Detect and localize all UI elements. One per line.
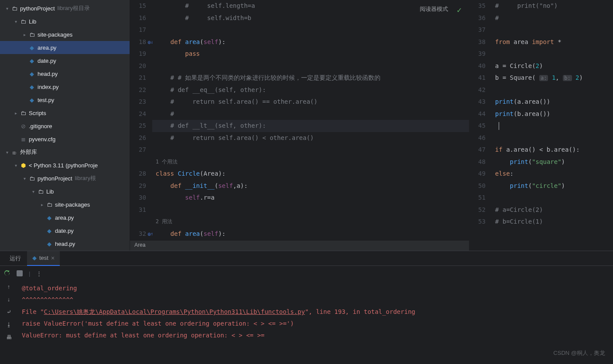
tree-label: head.py [38,71,58,77]
tree-label: area.py [38,44,56,51]
run-tab-test[interactable]: ◆ test × [27,251,60,266]
tree-label: index.py [38,84,58,90]
editor-right[interactable]: 35363738394041424344454647484950515253 #… [469,0,613,251]
close-icon[interactable]: × [51,255,55,262]
tree-label: Lib [29,18,36,25]
folder-icon: 🗀 [37,188,45,195]
python-icon: ◆ [32,255,37,261]
tree-label: area.py [55,214,74,221]
editor-left[interactable]: 阅读器模式 ✓ 15161718◎↓1920212223242526272829… [130,0,469,251]
python-icon: ⬢ [19,162,27,169]
tree-label: site-packages [38,31,72,38]
python-sdk[interactable]: ▾ ⬢ < Python 3.11 (pythonProje [0,159,130,172]
python-file-icon: ◆ [28,97,36,103]
gutter[interactable]: 15161718◎↓1920212223242526272829303132◎↑ [130,0,152,240]
tree-item[interactable]: ◆head.py [0,237,130,250]
watermark: CSDN @桐人，奥龙 [553,349,605,357]
tree-item[interactable]: ◆index.py [0,80,130,93]
tree-label: pyvenv.cfg [29,136,55,143]
tree-item[interactable]: ▸🗀site-packages [0,28,130,41]
python-file-icon: ◆ [28,58,36,64]
rerun-icon[interactable] [3,270,10,277]
external-project[interactable]: ▾ 🗀 pythonProject library根 [0,172,130,185]
folder-icon: 🗀 [28,31,36,38]
tree-label: Scripts [29,110,46,116]
reader-mode-label[interactable]: 阅读器模式 [420,5,448,13]
tree-label: Lib [46,188,54,195]
tree-item[interactable]: ◆date.py [0,54,130,67]
tree-label: test.py [38,97,54,103]
tree-item[interactable]: ◆date.py [0,224,130,237]
print-icon[interactable]: 🖶 [6,334,12,340]
tree-item[interactable]: ◆head.py [0,67,130,80]
tree-label: head.py [55,241,75,247]
gutter[interactable]: 35363738394041424344454647484950515253 [469,0,492,251]
python-file-icon: ◆ [28,44,36,51]
run-label[interactable]: 运行 [4,251,26,266]
tree-label: site-packages [55,201,90,208]
stop-icon[interactable] [17,270,23,276]
library-icon: ⎄ [10,149,18,156]
tree-item[interactable]: ▾🗀Lib [0,185,130,198]
python-file-icon: ◆ [45,241,53,247]
tree-root[interactable]: ▾ 🗀 pythonProject library根目录 [0,2,130,15]
text-file-icon: ≣ [19,136,27,143]
tree-item[interactable]: ⊘.gitignore [0,119,130,133]
breadcrumb[interactable]: Area [130,240,469,251]
external-libs[interactable]: ▾ ⎄ 外部库 [0,146,130,159]
folder-icon: 🗀 [19,110,27,116]
tree-item[interactable]: ▸🗀Scripts [0,106,130,119]
soft-wrap-icon[interactable]: ⤶ [7,309,11,315]
tree-item[interactable]: ◆area.py [0,211,130,224]
tree-item[interactable]: ≣pyvenv.cfg [0,133,130,146]
python-file-icon: ◆ [28,71,36,77]
console-output[interactable]: @total_ordering ^^^^^^^^^^^^^^ File "C:\… [17,281,613,364]
python-file-icon: ◆ [45,228,53,234]
folder-icon: 🗀 [19,18,27,25]
tree-label: pythonProject [20,5,55,12]
up-icon[interactable]: ↑ [7,283,10,290]
tree-item[interactable]: ▸🗀site-packages [0,198,130,211]
tree-label: date.py [55,228,74,234]
svg-rect-0 [17,270,23,276]
tree-item[interactable]: ◆test.py [0,93,130,106]
code-area[interactable]: # self.length=a # self.width=b def area(… [152,0,469,240]
tree-label: date.py [38,58,56,64]
python-file-icon: ◆ [45,214,53,221]
python-file-icon: ◆ [28,84,36,90]
gitignore-icon: ⊘ [19,123,27,129]
tree-hint: library根目录 [58,4,90,12]
run-tool-window: 运行 ◆ test × | ⋮ ↑ ↓ ⤶ ⭳ 🖶 @total_orderin… [0,251,613,364]
tree-item[interactable]: ▾🗀Lib [0,15,130,28]
folder-icon: 🗀 [28,175,36,182]
folder-icon: 🗀 [45,201,53,208]
tree-label: .gitignore [29,123,52,129]
down-icon[interactable]: ↓ [7,296,10,303]
more-icon[interactable]: ⋮ [36,270,42,277]
folder-icon: 🗀 [10,5,18,12]
inspection-ok-icon[interactable]: ✓ [456,6,462,14]
project-tree[interactable]: ▾ 🗀 pythonProject library根目录 ▾🗀Lib▸🗀site… [0,0,130,251]
tree-item[interactable]: ◆area.py [0,41,130,54]
code-area[interactable]: # print("no")# from area import * a = Ci… [492,0,613,251]
export-icon[interactable]: ⭳ [6,321,12,328]
